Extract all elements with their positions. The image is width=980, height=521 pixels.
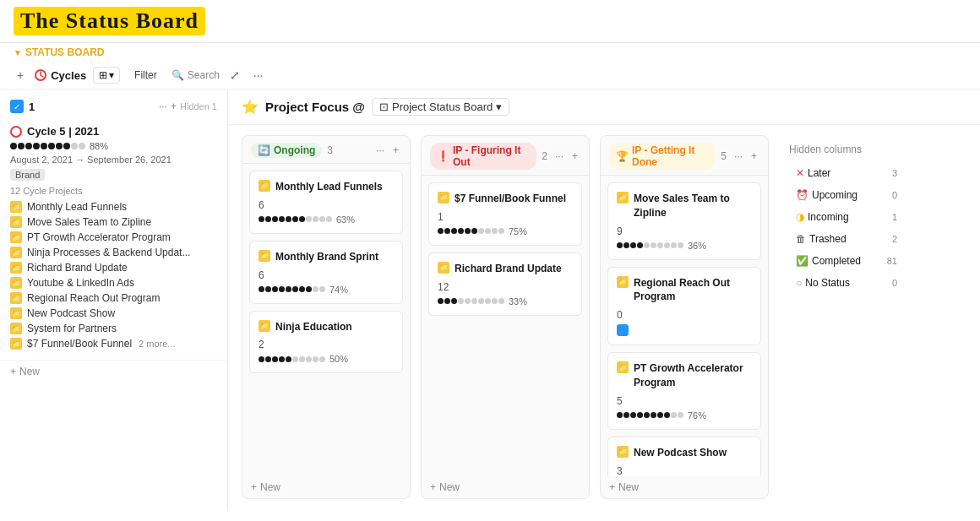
sidebar-new-button[interactable]: + New <box>0 361 50 383</box>
expand-button[interactable]: ⤢ <box>226 67 243 84</box>
card-progress: 75% <box>438 226 573 236</box>
col-more-button[interactable]: ··· <box>373 144 387 157</box>
card-count: 5 <box>617 395 752 407</box>
kanban-cards-figuring: 📁 $7 Funnel/Book Funnel 1 <box>422 176 589 476</box>
plus-icon: + <box>10 366 16 377</box>
later-icon: ✕ <box>796 167 804 179</box>
list-item[interactable]: 📁 New Podcast Show <box>10 306 217 321</box>
col-count-ongoing: 3 <box>327 144 333 156</box>
kanban-card[interactable]: 📁 Monthly Brand Sprint 6 <box>249 241 403 304</box>
card-progress: 36% <box>617 241 752 251</box>
list-item[interactable]: 📁 Regional Reach Out Program <box>10 290 217 306</box>
kanban-card[interactable]: 📁 Monthly Lead Funnels 6 <box>249 171 403 234</box>
col-add-button[interactable]: + <box>749 149 760 163</box>
kanban-card[interactable]: 📁 Richard Brand Update 12 <box>428 252 582 316</box>
list-item[interactable]: 📁 Richard Brand Update <box>10 260 217 275</box>
list-item[interactable]: 📁 Youtube & LinkedIn Ads <box>10 275 217 290</box>
board-icon: ⊡ <box>379 100 389 113</box>
add-new-button-getting[interactable]: + New <box>601 476 768 498</box>
project-icon: 📁 <box>10 277 22 289</box>
hidden-col-nostatus[interactable]: ○ No Status 0 <box>789 274 904 292</box>
card-progress: 50% <box>259 354 394 364</box>
plus-icon: + <box>609 481 615 493</box>
status-badge-figuring: ❗ IP - Figuring It Out <box>430 143 536 170</box>
card-progress: 76% <box>617 410 752 421</box>
add-new-button-figuring[interactable]: + New <box>422 476 589 498</box>
list-item[interactable]: 📁 Ninja Processes & Backend Updat... <box>10 245 217 260</box>
content-area: ⭐ Project Focus @ ⊡ Project Status Board… <box>228 90 980 509</box>
add-icon[interactable]: + <box>14 67 27 84</box>
col-add-button[interactable]: + <box>390 144 401 157</box>
breadcrumb[interactable]: ▼ STATUS BOARD <box>0 43 980 62</box>
card-count: 1 <box>438 211 573 223</box>
sidebar-header: ✓ 1 ··· + Hidden 1 <box>0 96 227 117</box>
card-title: 📁 PT Growth Accelerator Program <box>617 361 752 390</box>
list-item[interactable]: 📁 $7 Funnel/Book Funnel 2 more... <box>10 336 217 351</box>
card-count: 6 <box>259 199 394 211</box>
card-progress: 33% <box>438 296 573 307</box>
cycle-projects-list: 📁 Monthly Lead Funnels 📁 Move Sales Team… <box>10 199 217 351</box>
board-name: Project Status Board <box>392 100 493 113</box>
hidden-col-upcoming[interactable]: ⏰ Upcoming 0 <box>789 186 904 204</box>
board-selector[interactable]: ⊡ Project Status Board ▾ <box>372 98 509 116</box>
project-icon: 📁 <box>10 323 22 334</box>
hidden-col-completed[interactable]: ✅ Completed 81 <box>789 252 904 270</box>
card-title: 📁 Ninja Education <box>259 320 394 334</box>
kanban-card[interactable]: 📁 $7 Funnel/Book Funnel 1 <box>428 182 582 246</box>
card-title: 📁 Move Sales Team to Zipline <box>617 192 752 220</box>
hidden-col-trashed[interactable]: 🗑 Trashed 2 <box>789 230 904 248</box>
cycle-item: Cycle 5 | 2021 88% August 2, 2021 → Sept… <box>0 117 227 361</box>
star-icon: ⭐ <box>242 99 259 115</box>
cycles-label: Cycles <box>34 68 86 82</box>
project-icon: 📁 <box>10 216 22 228</box>
kanban-card[interactable]: 📁 Move Sales Team to Zipline 9 <box>607 182 761 260</box>
hidden-col-incoming[interactable]: ◑ Incoming 1 <box>789 208 904 226</box>
more-options-button[interactable]: ··· <box>250 67 267 84</box>
hidden-columns-title: Hidden columns <box>789 144 904 155</box>
search-area[interactable]: 🔍 Search <box>172 69 220 81</box>
upcoming-icon: ⏰ <box>796 189 808 201</box>
col-add-button[interactable]: + <box>569 149 580 163</box>
card-project-icon: 📁 <box>438 262 449 274</box>
card-title: 📁 Monthly Lead Funnels <box>259 180 394 194</box>
completed-icon: ✅ <box>796 255 808 267</box>
list-item[interactable]: 📁 Monthly Lead Funnels <box>10 199 217 214</box>
kanban-card[interactable]: 📁 Ninja Education 2 <box>249 311 403 374</box>
kanban-card[interactable]: 📁 New Podcast Show 3 <box>607 437 761 476</box>
grid-icon: ⊞ <box>99 69 107 81</box>
project-icon: 📁 <box>10 292 22 304</box>
kanban-card[interactable]: 📁 Regional Reach Out Program 0 <box>607 267 761 346</box>
list-item[interactable]: 📁 Move Sales Team to Zipline <box>10 214 217 230</box>
plus-icon: + <box>251 481 257 493</box>
column-header-figuring: ❗ IP - Figuring It Out 2 ··· + <box>422 136 589 176</box>
hidden-col-later[interactable]: ✕ Later 3 <box>789 164 904 182</box>
list-item[interactable]: 📁 System for Partners <box>10 321 217 336</box>
card-title: 📁 Monthly Brand Sprint <box>259 250 394 264</box>
plus-icon: + <box>430 481 436 493</box>
toolbar: + Cycles ⊞ ▾ Filter 🔍 Search ⤢ ··· <box>0 62 980 90</box>
list-item[interactable]: 📁 PT Growth Accelerator Program <box>10 230 217 245</box>
logo: The Status Board <box>14 7 205 35</box>
cycle-checkbox[interactable]: ✓ <box>10 100 24 113</box>
kanban-cards-ongoing: 📁 Monthly Lead Funnels 6 <box>242 164 410 476</box>
kanban-card[interactable]: 📁 PT Growth Accelerator Program 5 <box>607 352 761 430</box>
card-checkbox[interactable] <box>617 324 629 336</box>
sidebar-more-icon[interactable]: ··· <box>159 100 167 112</box>
card-project-icon: 📁 <box>617 446 629 458</box>
card-title: 📁 $7 Funnel/Book Funnel <box>438 192 573 206</box>
add-new-button-ongoing[interactable]: + New <box>242 476 410 498</box>
incoming-icon: ◑ <box>796 211 804 223</box>
card-count: 6 <box>259 269 394 281</box>
filter-button[interactable]: Filter <box>127 67 165 84</box>
project-icon: 📁 <box>10 201 22 213</box>
col-actions-getting: ··· + <box>732 149 760 163</box>
col-more-button[interactable]: ··· <box>553 149 566 163</box>
col-count-getting: 5 <box>721 150 727 162</box>
view-toggle[interactable]: ⊞ ▾ <box>93 67 120 84</box>
col-more-button[interactable]: ··· <box>732 149 745 163</box>
card-project-icon: 📁 <box>259 250 270 262</box>
card-progress: 74% <box>259 285 394 295</box>
sidebar-add-icon[interactable]: + <box>171 100 177 112</box>
project-icon: 📁 <box>10 307 22 319</box>
sidebar-actions: ··· + Hidden 1 <box>159 100 217 112</box>
